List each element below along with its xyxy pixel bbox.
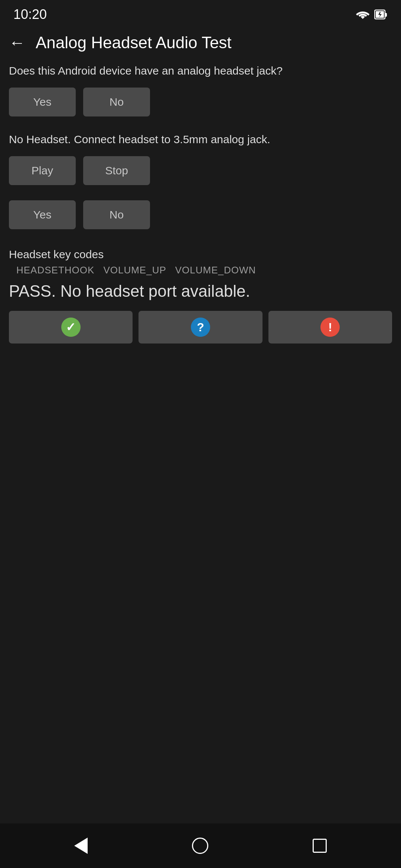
stop-button[interactable]: Stop xyxy=(83,156,150,185)
status-icons xyxy=(356,9,388,20)
battery-icon xyxy=(374,9,388,20)
headset-yes-button[interactable]: Yes xyxy=(9,88,76,116)
recents-square-icon xyxy=(313,839,327,853)
nav-bar xyxy=(0,823,401,868)
wifi-icon xyxy=(356,9,370,20)
result-buttons-row: ✓ ? ! xyxy=(9,311,392,343)
nav-home-button[interactable] xyxy=(192,838,208,854)
pass-icon: ✓ xyxy=(61,318,81,337)
result-info-button[interactable]: ? xyxy=(138,311,262,343)
play-button[interactable]: Play xyxy=(9,156,76,185)
confirm-no-button[interactable]: No xyxy=(83,200,150,229)
main-content: Does this Android device have an analog … xyxy=(0,59,401,823)
status-time: 10:20 xyxy=(13,7,47,22)
status-bar: 10:20 xyxy=(0,0,401,26)
home-circle-icon xyxy=(192,838,208,854)
nav-back-button[interactable] xyxy=(74,838,88,854)
headset-connect-info: No Headset. Connect headset to 3.5mm ana… xyxy=(9,132,392,147)
headset-jack-question: Does this Android device have an analog … xyxy=(9,63,392,79)
key-code-volume-up: VOLUME_UP xyxy=(103,264,166,276)
result-pass-button[interactable]: ✓ xyxy=(9,311,133,343)
headset-jack-buttons: Yes No xyxy=(9,88,392,116)
pass-text: PASS. No headset port available. xyxy=(9,282,392,300)
headset-no-button[interactable]: No xyxy=(83,88,150,116)
back-triangle-icon xyxy=(74,838,88,854)
nav-recents-button[interactable] xyxy=(313,839,327,853)
key-codes-row: HEADSETHOOK VOLUME_UP VOLUME_DOWN xyxy=(9,264,392,276)
svg-rect-1 xyxy=(385,13,387,17)
confirm-yes-button[interactable]: Yes xyxy=(9,200,76,229)
confirm-buttons: Yes No xyxy=(9,200,392,229)
fail-icon: ! xyxy=(320,318,340,337)
key-code-volume-down: VOLUME_DOWN xyxy=(175,264,256,276)
headset-key-codes-label: Headset key codes xyxy=(9,248,392,261)
page-title: Analog Headset Audio Test xyxy=(36,33,232,52)
key-code-headsethook: HEADSETHOOK xyxy=(16,264,94,276)
info-icon: ? xyxy=(191,318,210,337)
back-button[interactable]: ← xyxy=(9,34,25,51)
result-fail-button[interactable]: ! xyxy=(268,311,392,343)
play-stop-buttons: Play Stop xyxy=(9,156,392,185)
toolbar: ← Analog Headset Audio Test xyxy=(0,26,401,59)
